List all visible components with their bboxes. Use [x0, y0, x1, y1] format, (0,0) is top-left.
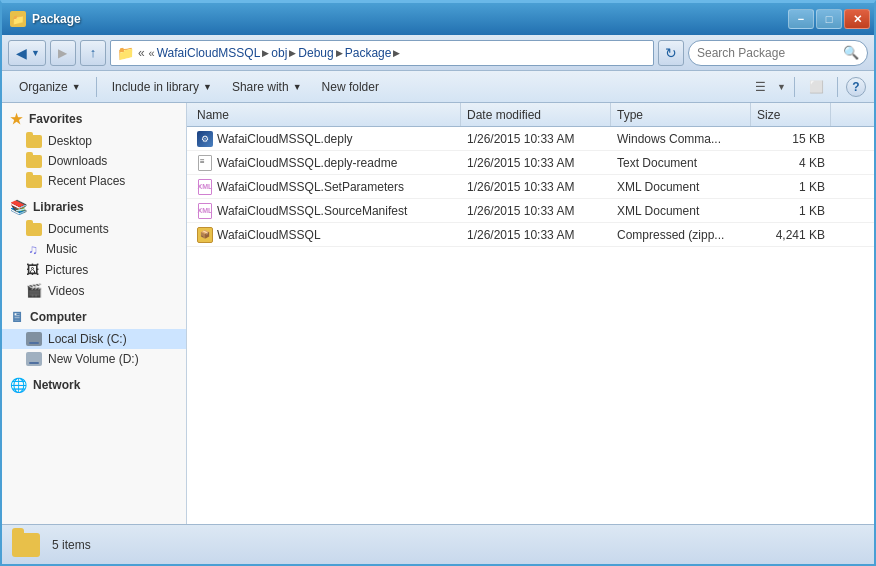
- new-folder-label: New folder: [322, 80, 379, 94]
- table-row[interactable]: WafaiCloudMSSQL.deply-readme 1/26/2015 1…: [187, 151, 874, 175]
- documents-icon: [26, 223, 42, 236]
- title-controls: − □ ✕: [788, 9, 870, 29]
- explorer-window: 📁 Package − □ ✕ ◀ ▼ ▶ ↑ 📁 « WafaiCloudMS…: [0, 0, 876, 566]
- dropdown-icon[interactable]: ▼: [30, 48, 41, 58]
- up-button[interactable]: ↑: [80, 40, 106, 66]
- breadcrumb-3[interactable]: Debug: [298, 46, 333, 60]
- toolbar-sep-3: [837, 77, 838, 97]
- sidebar-section-computer: 🖥 Computer Local Disk (C:) New Volume (D…: [2, 305, 186, 369]
- sep-1: ▶: [262, 48, 269, 58]
- table-row[interactable]: XML WafaiCloudMSSQL.SourceManifest 1/26/…: [187, 199, 874, 223]
- sidebar-section-libraries: 📚 Libraries Documents ♫ Music 🖼 Pictures…: [2, 195, 186, 301]
- sidebar-videos-label: Videos: [48, 284, 84, 298]
- close-button[interactable]: ✕: [844, 9, 870, 29]
- file-list-header: Name Date modified Type Size: [187, 103, 874, 127]
- sep-2: ▶: [289, 48, 296, 58]
- address-bar: ◀ ▼ ▶ ↑ 📁 « WafaiCloudMSSQL.deply « Wafa…: [2, 35, 874, 71]
- search-box[interactable]: 🔍: [688, 40, 868, 66]
- organize-label: Organize: [19, 80, 68, 94]
- file-name-cell: XML WafaiCloudMSSQL.SetParameters: [191, 179, 461, 195]
- table-row[interactable]: WafaiCloudMSSQL.deply 1/26/2015 10:33 AM…: [187, 127, 874, 151]
- sidebar-libraries-header[interactable]: 📚 Libraries: [2, 195, 186, 219]
- path-folder-icon: 📁: [117, 45, 134, 61]
- file-size: 15 KB: [751, 132, 831, 146]
- file-name: WafaiCloudMSSQL.SetParameters: [217, 180, 404, 194]
- breadcrumb-1[interactable]: WafaiCloudMSSQL: [157, 46, 261, 60]
- file-name-cell: XML WafaiCloudMSSQL.SourceManifest: [191, 203, 461, 219]
- sidebar-favorites-header[interactable]: ★ Favorites: [2, 107, 186, 131]
- share-chevron: ▼: [293, 82, 302, 92]
- sidebar-item-recent[interactable]: Recent Places: [2, 171, 186, 191]
- sidebar-item-music[interactable]: ♫ Music: [2, 239, 186, 259]
- organize-button[interactable]: Organize ▼: [10, 74, 90, 100]
- file-icon-txt: [198, 155, 212, 171]
- downloads-folder-icon: [26, 155, 42, 168]
- col-header-name[interactable]: Name: [191, 103, 461, 126]
- minimize-button[interactable]: −: [788, 9, 814, 29]
- main-content: ★ Favorites Desktop Downloads Recent Pla…: [2, 103, 874, 524]
- sidebar-recent-label: Recent Places: [48, 174, 125, 188]
- file-name: WafaiCloudMSSQL: [217, 228, 321, 242]
- file-date: 1/26/2015 10:33 AM: [461, 180, 611, 194]
- include-chevron: ▼: [203, 82, 212, 92]
- file-name: WafaiCloudMSSQL.deply-readme: [217, 156, 397, 170]
- local-disk-icon: [26, 332, 42, 346]
- search-input[interactable]: [697, 46, 839, 60]
- table-row[interactable]: 📦 WafaiCloudMSSQL 1/26/2015 10:33 AM Com…: [187, 223, 874, 247]
- sidebar-computer-header[interactable]: 🖥 Computer: [2, 305, 186, 329]
- status-bar: 5 items: [2, 524, 874, 564]
- breadcrumb-4[interactable]: Package: [345, 46, 392, 60]
- sidebar-section-favorites: ★ Favorites Desktop Downloads Recent Pla…: [2, 107, 186, 191]
- new-folder-button[interactable]: New folder: [313, 74, 388, 100]
- nav-back-forward[interactable]: ◀ ▼: [8, 40, 46, 66]
- sidebar-pictures-label: Pictures: [45, 263, 88, 277]
- organize-chevron: ▼: [72, 82, 81, 92]
- computer-icon: 🖥: [10, 309, 24, 325]
- preview-button[interactable]: ⬜: [803, 74, 829, 100]
- sidebar-item-desktop[interactable]: Desktop: [2, 131, 186, 151]
- file-icon-cmd: [197, 131, 213, 147]
- sidebar: ★ Favorites Desktop Downloads Recent Pla…: [2, 103, 187, 524]
- col-header-type[interactable]: Type: [611, 103, 751, 126]
- file-icon: [197, 131, 213, 147]
- sidebar-item-documents[interactable]: Documents: [2, 219, 186, 239]
- address-path[interactable]: 📁 « WafaiCloudMSSQL.deply « WafaiCloudMS…: [110, 40, 654, 66]
- file-icon-zip: 📦: [197, 227, 213, 243]
- forward-button[interactable]: ▶: [50, 40, 76, 66]
- file-size: 4,241 KB: [751, 228, 831, 242]
- path-display: « WafaiCloudMSSQL ▶ obj ▶ Debug ▶ Packag…: [149, 46, 401, 60]
- toolbar: Organize ▼ Include in library ▼ Share wi…: [2, 71, 874, 103]
- breadcrumb-2[interactable]: obj: [271, 46, 287, 60]
- toolbar-sep-2: [794, 77, 795, 97]
- file-icon-xml: XML: [198, 203, 212, 219]
- file-icon: XML: [197, 203, 213, 219]
- file-type: Windows Comma...: [611, 132, 751, 146]
- refresh-button[interactable]: ↻: [658, 40, 684, 66]
- desktop-folder-icon: [26, 135, 42, 148]
- back-icon[interactable]: ◀: [13, 45, 30, 61]
- help-button[interactable]: ?: [846, 77, 866, 97]
- sidebar-network-header[interactable]: 🌐 Network: [2, 373, 186, 397]
- file-type: Text Document: [611, 156, 751, 170]
- file-date: 1/26/2015 10:33 AM: [461, 228, 611, 242]
- favorites-icon: ★: [10, 111, 23, 127]
- col-header-size[interactable]: Size: [751, 103, 831, 126]
- search-icon[interactable]: 🔍: [843, 45, 859, 60]
- title-bar-left: 📁 Package: [10, 11, 81, 27]
- sidebar-item-new-volume[interactable]: New Volume (D:): [2, 349, 186, 369]
- view-details-button[interactable]: ☰: [747, 74, 773, 100]
- include-library-button[interactable]: Include in library ▼: [103, 74, 221, 100]
- file-type: XML Document: [611, 204, 751, 218]
- maximize-button[interactable]: □: [816, 9, 842, 29]
- sidebar-favorites-label: Favorites: [29, 112, 82, 126]
- col-header-date[interactable]: Date modified: [461, 103, 611, 126]
- sidebar-item-videos[interactable]: 🎬 Videos: [2, 280, 186, 301]
- sidebar-item-pictures[interactable]: 🖼 Pictures: [2, 259, 186, 280]
- libraries-icon: 📚: [10, 199, 27, 215]
- status-folder-icon: [12, 533, 40, 557]
- share-with-button[interactable]: Share with ▼: [223, 74, 311, 100]
- sidebar-item-downloads[interactable]: Downloads: [2, 151, 186, 171]
- table-row[interactable]: XML WafaiCloudMSSQL.SetParameters 1/26/2…: [187, 175, 874, 199]
- sidebar-desktop-label: Desktop: [48, 134, 92, 148]
- sidebar-item-local-disk[interactable]: Local Disk (C:): [2, 329, 186, 349]
